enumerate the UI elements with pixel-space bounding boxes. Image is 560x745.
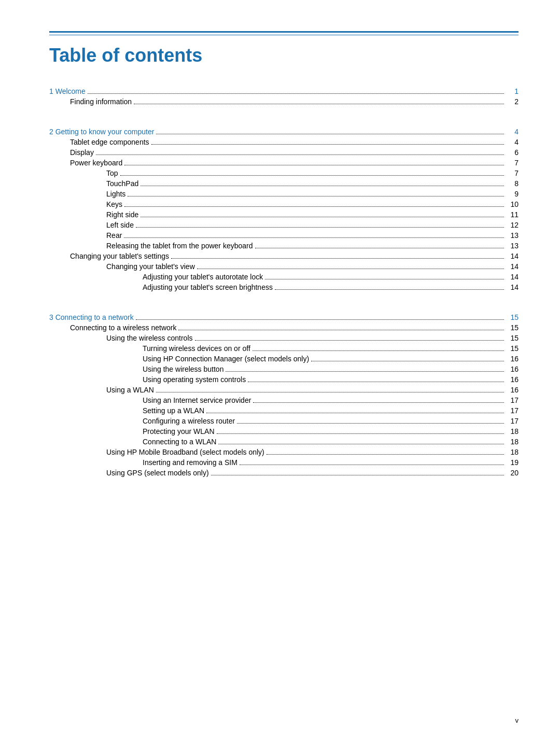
autorotate-dots <box>265 279 504 279</box>
setting-up-wlan-dots <box>206 413 504 413</box>
toc-autorotate[interactable]: Adjusting your tablet's autorotate lock … <box>49 273 519 281</box>
display-page: 6 <box>506 148 519 157</box>
using-wlan-label: Using a WLAN <box>106 386 154 394</box>
left-side-dots <box>136 227 504 228</box>
toc-changing-view[interactable]: Changing your tablet's view 14 <box>49 262 519 271</box>
wireless-button-label: Using the wireless button <box>143 365 223 373</box>
toc-configuring-router[interactable]: Configuring a wireless router 17 <box>49 417 519 425</box>
releasing-tablet-dots <box>255 248 505 248</box>
chapter-2-entry[interactable]: 2 Getting to know your computer 4 <box>49 128 519 136</box>
hp-mobile-broadband-label: Using HP Mobile Broadband (select models… <box>106 448 264 456</box>
toc-isp[interactable]: Using an Internet service provider 17 <box>49 396 519 404</box>
connecting-wlan-dots <box>218 444 504 444</box>
toc-keys[interactable]: Keys 10 <box>49 200 519 208</box>
os-controls-label: Using operating system controls <box>143 375 246 384</box>
toc-top[interactable]: Top 7 <box>49 169 519 177</box>
touchpad-dots <box>141 186 504 186</box>
chapter-3-dots <box>136 319 504 320</box>
touchpad-page: 8 <box>506 179 519 188</box>
toc-setting-up-wlan[interactable]: Setting up a WLAN 17 <box>49 406 519 415</box>
inserting-sim-dots <box>240 465 504 465</box>
isp-page: 17 <box>506 396 519 404</box>
setting-up-wlan-label: Setting up a WLAN <box>143 406 204 415</box>
chapter-1-entry[interactable]: 1 Welcome 1 <box>49 87 519 95</box>
tablet-edge-page: 4 <box>506 138 519 146</box>
left-side-page: 12 <box>506 221 519 229</box>
releasing-tablet-page: 13 <box>506 242 519 250</box>
toc-changing-settings[interactable]: Changing your tablet's settings 14 <box>49 252 519 260</box>
toc-finding-information[interactable]: Finding information 2 <box>49 97 519 106</box>
gps-dots <box>211 475 504 475</box>
toc-lights[interactable]: Lights 9 <box>49 190 519 198</box>
autorotate-page: 14 <box>506 273 519 281</box>
protecting-wlan-page: 18 <box>506 427 519 435</box>
toc-inserting-sim[interactable]: Inserting and removing a SIM 19 <box>49 458 519 467</box>
top-border-thin <box>49 35 519 35</box>
hp-mobile-broadband-dots <box>267 454 504 455</box>
toc-os-controls[interactable]: Using operating system controls 16 <box>49 375 519 384</box>
toc-using-wlan[interactable]: Using a WLAN 16 <box>49 386 519 394</box>
toc-gps[interactable]: Using GPS (select models only) 20 <box>49 469 519 477</box>
toc-wireless-controls[interactable]: Using the wireless controls 15 <box>49 334 519 342</box>
toc-tablet-edge[interactable]: Tablet edge components 4 <box>49 138 519 146</box>
toc-connecting-wlan[interactable]: Connecting to a WLAN 18 <box>49 438 519 446</box>
chapter-2-label: 2 Getting to know your computer <box>49 128 154 136</box>
chapter-3-page: 15 <box>506 313 519 321</box>
hp-mobile-broadband-page: 18 <box>506 448 519 456</box>
changing-settings-label: Changing your tablet's settings <box>70 252 169 260</box>
using-wlan-dots <box>156 392 504 392</box>
footer-page-number: v <box>515 716 519 724</box>
toc-turning-wireless[interactable]: Turning wireless devices on or off 15 <box>49 344 519 353</box>
changing-settings-page: 14 <box>506 252 519 260</box>
toc-protecting-wlan[interactable]: Protecting your WLAN 18 <box>49 427 519 435</box>
wireless-controls-label: Using the wireless controls <box>106 334 193 342</box>
toc-hp-mobile-broadband[interactable]: Using HP Mobile Broadband (select models… <box>49 448 519 456</box>
right-side-dots <box>141 217 504 217</box>
releasing-tablet-label: Releasing the tablet from the power keyb… <box>106 242 253 250</box>
gps-label: Using GPS (select models only) <box>106 469 209 477</box>
wireless-controls-dots <box>195 340 504 341</box>
connecting-wireless-page: 15 <box>506 324 519 332</box>
toc-wireless-button[interactable]: Using the wireless button 16 <box>49 365 519 373</box>
chapter-2-page: 4 <box>506 128 519 136</box>
toc-right-side[interactable]: Right side 11 <box>49 210 519 219</box>
top-border-thick <box>49 31 519 33</box>
toc-connecting-wireless[interactable]: Connecting to a wireless network 15 <box>49 324 519 332</box>
changing-settings-dots <box>171 258 504 259</box>
connecting-wlan-page: 18 <box>506 438 519 446</box>
wireless-controls-page: 15 <box>506 334 519 342</box>
toc-hp-connection-manager[interactable]: Using HP Connection Manager (select mode… <box>49 355 519 363</box>
chapter-1-label: 1 Welcome <box>49 87 86 95</box>
toc-container: 1 Welcome 1 Finding information 2 2 Gett… <box>49 87 519 477</box>
lights-dots <box>128 196 504 196</box>
chapter-3-entry[interactable]: 3 Connecting to a network 15 <box>49 313 519 321</box>
connecting-wireless-label: Connecting to a wireless network <box>70 324 176 332</box>
power-keyboard-page: 7 <box>506 159 519 167</box>
inserting-sim-page: 19 <box>506 458 519 467</box>
turning-wireless-dots <box>253 350 504 351</box>
changing-view-page: 14 <box>506 262 519 271</box>
screen-brightness-page: 14 <box>506 283 519 291</box>
os-controls-page: 16 <box>506 375 519 384</box>
connecting-wlan-label: Connecting to a WLAN <box>143 438 216 446</box>
toc-screen-brightness[interactable]: Adjusting your tablet's screen brightnes… <box>49 283 519 291</box>
toc-power-keyboard[interactable]: Power keyboard 7 <box>49 159 519 167</box>
hp-connection-manager-dots <box>311 361 504 361</box>
wireless-button-dots <box>226 371 504 372</box>
page-title: Table of contents <box>49 45 519 66</box>
configuring-router-dots <box>237 423 504 424</box>
protecting-wlan-label: Protecting your WLAN <box>143 427 215 435</box>
isp-label: Using an Internet service provider <box>143 396 251 404</box>
toc-touchpad[interactable]: TouchPad 8 <box>49 179 519 188</box>
gps-page: 20 <box>506 469 519 477</box>
chapter-1-dots <box>88 93 504 94</box>
lights-page: 9 <box>506 190 519 198</box>
toc-rear[interactable]: Rear 13 <box>49 231 519 240</box>
display-label: Display <box>70 148 94 157</box>
toc-display[interactable]: Display 6 <box>49 148 519 157</box>
chapter-3-label: 3 Connecting to a network <box>49 313 134 321</box>
toc-releasing-tablet[interactable]: Releasing the tablet from the power keyb… <box>49 242 519 250</box>
keys-dots <box>124 206 504 207</box>
toc-left-side[interactable]: Left side 12 <box>49 221 519 229</box>
using-wlan-page: 16 <box>506 386 519 394</box>
